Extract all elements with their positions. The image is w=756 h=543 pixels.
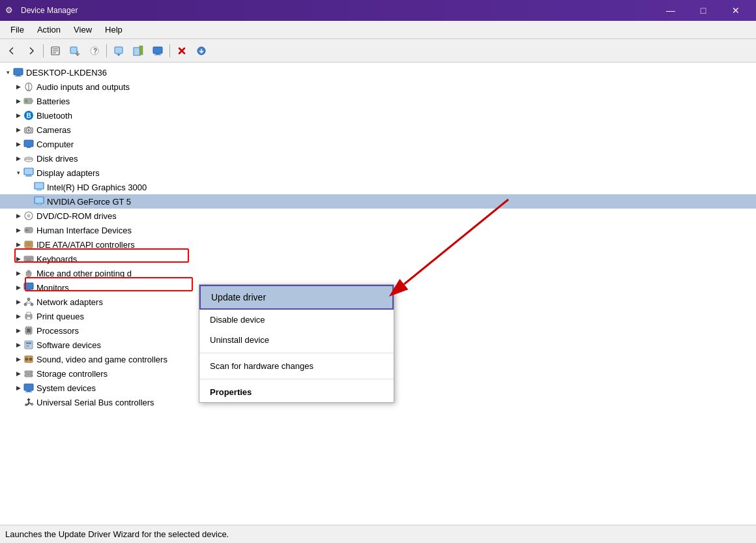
minimize-button[interactable]: —: [656, 0, 686, 21]
context-menu-uninstall[interactable]: Uninstall device: [199, 330, 394, 350]
menu-file[interactable]: File: [5, 23, 29, 36]
sound-chevron[interactable]: ▶: [13, 354, 23, 364]
keyboards-label: Keyboards: [36, 254, 77, 264]
svg-line-67: [25, 301, 29, 303]
system-label: System devices: [36, 383, 96, 393]
root-label: DESKTOP-LKDEN36: [26, 68, 107, 78]
status-bar: Launches the Update Driver Wizard for th…: [0, 525, 756, 543]
dvd-chevron[interactable]: ▶: [13, 211, 23, 221]
print-label: Print queues: [36, 312, 84, 321]
toolbar-properties[interactable]: [46, 42, 65, 60]
processors-chevron[interactable]: ▶: [13, 325, 23, 336]
mice-chevron[interactable]: ▶: [13, 268, 23, 278]
computer-chevron[interactable]: ▶: [13, 139, 23, 149]
menu-action[interactable]: Action: [32, 23, 66, 36]
toolbar-forward[interactable]: [22, 42, 40, 60]
tree-item-batteries[interactable]: ▶ Batteries: [0, 94, 756, 108]
toolbar-monitor[interactable]: [149, 42, 167, 60]
monitors-chevron[interactable]: ▶: [13, 282, 23, 293]
batteries-chevron[interactable]: ▶: [13, 96, 23, 106]
context-menu-sep1: [199, 353, 394, 353]
bluetooth-chevron[interactable]: ▶: [13, 110, 23, 121]
display-label: Display adapters: [36, 168, 100, 178]
sound-icon: [23, 354, 34, 364]
hid-icon: [23, 225, 34, 235]
software-icon: [23, 340, 34, 350]
computer-icon2: [23, 139, 34, 149]
disk-chevron[interactable]: ▶: [13, 153, 23, 164]
toolbar-down[interactable]: [192, 42, 211, 60]
toolbar-update-driver[interactable]: [66, 42, 84, 60]
toolbar-disable[interactable]: [173, 42, 191, 60]
context-menu-update[interactable]: Update driver: [199, 285, 394, 310]
toolbar-sep-2: [106, 44, 107, 57]
network-label: Network adapters: [36, 297, 103, 307]
disk-icon: [23, 153, 34, 164]
svg-rect-53: [27, 257, 29, 259]
svg-point-34: [25, 157, 33, 160]
hid-chevron[interactable]: ▶: [13, 225, 23, 235]
root-chevron[interactable]: ▾: [3, 67, 13, 78]
dvd-label: DVD/CD-ROM drives: [36, 211, 117, 221]
cameras-label: Cameras: [36, 125, 71, 135]
display-icon: [23, 168, 34, 178]
close-button[interactable]: ✕: [721, 0, 751, 21]
svg-rect-14: [14, 68, 23, 75]
audio-chevron[interactable]: ▶: [13, 81, 23, 92]
keyboards-icon: [23, 254, 34, 264]
tree-item-hid[interactable]: ▶ Human Interface Devices: [0, 223, 756, 237]
keyboards-chevron[interactable]: ▶: [13, 254, 23, 264]
toolbar-back[interactable]: [3, 42, 21, 60]
svg-rect-39: [37, 189, 41, 190]
tree-item-bluetooth[interactable]: ▶ B Bluetooth: [0, 108, 756, 123]
context-menu: Update driver Disable device Uninstall d…: [199, 284, 394, 403]
cameras-chevron[interactable]: ▶: [13, 125, 23, 135]
processors-label: Processors: [36, 326, 79, 336]
svg-rect-40: [35, 197, 44, 203]
context-menu-properties[interactable]: Properties: [199, 382, 394, 402]
system-chevron[interactable]: ▶: [13, 383, 23, 393]
tree-item-audio[interactable]: ▶ Audio inputs and outputs: [0, 80, 756, 94]
tree-item-display[interactable]: ▾ Display adapters: [0, 166, 756, 180]
tree-item-keyboards[interactable]: ▶ Keyboards: [0, 252, 756, 266]
maximize-button[interactable]: □: [688, 0, 718, 21]
print-chevron[interactable]: ▶: [13, 311, 23, 321]
svg-point-89: [31, 372, 32, 373]
display-chevron[interactable]: ▾: [13, 168, 23, 178]
menu-bar: File Action View Help: [0, 21, 756, 39]
svg-point-66: [31, 303, 33, 306]
context-menu-disable[interactable]: Disable device: [199, 310, 394, 330]
audio-label: Audio inputs and outputs: [36, 82, 130, 92]
ide-chevron[interactable]: ▶: [13, 239, 23, 250]
tree-item-cameras[interactable]: ▶ Cameras: [0, 123, 756, 137]
tree-item-mice[interactable]: ▶ Mice and other pointing d: [0, 266, 756, 280]
toolbar-help[interactable]: ?: [85, 42, 104, 60]
audio-icon: [23, 81, 34, 92]
software-chevron[interactable]: ▶: [13, 340, 23, 350]
svg-point-85: [25, 358, 28, 360]
dvd-icon: [23, 211, 34, 221]
tree-item-computer[interactable]: ▶ Computer: [0, 137, 756, 151]
svg-rect-20: [32, 100, 33, 102]
menu-view[interactable]: View: [68, 23, 97, 36]
svg-rect-61: [24, 283, 33, 289]
tree-item-disk[interactable]: ▶ Disk drives: [0, 151, 756, 166]
toolbar-scan[interactable]: [109, 42, 128, 60]
tree-item-nvidia[interactable]: NVIDIA GeForce GT 5: [0, 194, 756, 209]
software-label: Software devices: [36, 340, 101, 350]
svg-rect-82: [26, 342, 31, 344]
tree-item-ide[interactable]: ▶ IDE ATA/ATAPI controllers: [0, 237, 756, 252]
window-controls: — □ ✕: [656, 0, 751, 21]
mice-icon: [23, 268, 34, 278]
tree-item-dvd[interactable]: ▶ DVD/CD-ROM drives: [0, 209, 756, 223]
storage-chevron[interactable]: ▶: [13, 368, 23, 379]
tree-root[interactable]: ▾ DESKTOP-LKDEN36: [0, 65, 756, 80]
tree-item-intel[interactable]: Intel(R) HD Graphics 3000: [0, 180, 756, 194]
context-menu-scan[interactable]: Scan for hardware changes: [199, 356, 394, 376]
svg-rect-56: [26, 259, 31, 261]
app-icon: ⚙: [5, 5, 16, 16]
main-content: ▾ DESKTOP-LKDEN36 ▶ Audio inputs and: [0, 63, 756, 525]
network-chevron[interactable]: ▶: [13, 297, 23, 307]
menu-help[interactable]: Help: [100, 23, 128, 36]
toolbar-properties2[interactable]: [129, 42, 147, 60]
